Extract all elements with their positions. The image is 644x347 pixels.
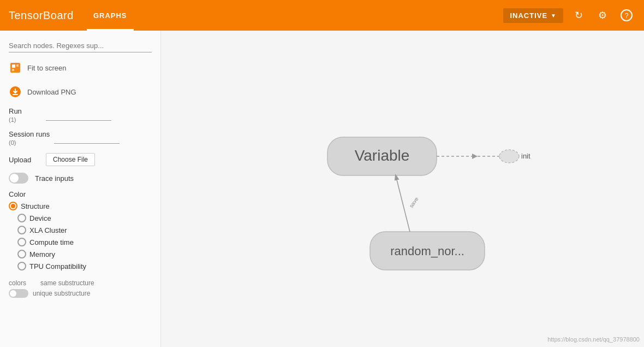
run-select[interactable]	[46, 110, 111, 121]
radio-memory[interactable]	[17, 250, 26, 258]
arrowhead-variable-init	[472, 154, 478, 159]
variable-node-label: Variable	[355, 147, 410, 164]
watermark: https://blog.csdn.net/qq_37978800	[547, 336, 640, 343]
color-device-label: Device	[29, 214, 51, 222]
edge-save-label: save	[408, 196, 420, 209]
svg-rect-1	[12, 64, 15, 68]
gear-icon: ⚙	[598, 9, 607, 21]
color-header-row: Color	[9, 190, 152, 198]
refresh-button[interactable]: ↻	[570, 7, 587, 24]
legend-unique-label: unique substructure	[33, 290, 90, 297]
download-png-action[interactable]: Download PNG	[9, 83, 152, 101]
run-row: Run (1)	[9, 107, 152, 123]
edge-random-to-variable	[396, 175, 410, 232]
radio-xla[interactable]	[17, 226, 26, 234]
init-label: init	[521, 152, 530, 160]
radio-device[interactable]	[17, 214, 26, 222]
graph-svg: Variable random_nor... save init Variabl…	[161, 31, 644, 347]
download-png-label: Download PNG	[27, 88, 76, 96]
session-row: Session runs (0)	[9, 130, 152, 146]
color-option-compute[interactable]: Compute time	[9, 238, 152, 246]
session-label: Session runs (0)	[9, 130, 50, 146]
session-select[interactable]	[54, 133, 120, 144]
radio-compute[interactable]	[17, 238, 26, 246]
download-icon	[9, 85, 22, 98]
status-dropdown[interactable]: INACTIVE ▼	[503, 8, 563, 23]
nav-item-graphs[interactable]: GRAPHS	[87, 0, 134, 31]
svg-rect-3	[12, 69, 14, 71]
radio-tpu[interactable]	[17, 262, 26, 270]
fit-to-screen-label: Fit to screen	[27, 64, 67, 72]
header-right: INACTIVE ▼ ↻ ⚙ ?	[503, 7, 635, 24]
legend-same-label: same substructure	[40, 279, 94, 287]
legend-colors-label: colors	[9, 279, 36, 287]
help-button[interactable]: ?	[618, 7, 635, 24]
search-input[interactable]	[9, 39, 152, 52]
fit-to-screen-action[interactable]: Fit to screen	[9, 59, 152, 77]
color-option-memory[interactable]: Memory	[9, 250, 152, 258]
color-xla-label: XLA Cluster	[29, 226, 67, 234]
color-compute-label: Compute time	[29, 238, 74, 246]
refresh-icon: ↻	[575, 9, 583, 21]
help-icon: ?	[621, 9, 633, 21]
chevron-down-icon: ▼	[551, 13, 557, 19]
header: TensorBoard GRAPHS INACTIVE ▼ ↻ ⚙ ?	[0, 0, 644, 31]
toggle-slider	[9, 173, 28, 184]
color-structure-label: Structure	[21, 202, 50, 210]
init-small-node	[499, 150, 519, 163]
legend: colors same substructure unique substruc…	[9, 279, 152, 298]
color-option-device[interactable]: Device	[9, 214, 152, 222]
radio-inner	[11, 204, 15, 208]
trace-inputs-row: Trace inputs	[9, 173, 152, 184]
color-label: Color	[9, 190, 26, 198]
search-row	[9, 39, 152, 52]
sidebar: Fit to screen Download PNG Run (1)	[0, 31, 161, 347]
color-option-tpu[interactable]: TPU Compatibility	[9, 262, 152, 270]
color-memory-label: Memory	[29, 250, 55, 258]
settings-button[interactable]: ⚙	[594, 7, 611, 24]
color-section: Color Structure Device XLA Cluster Compu…	[9, 190, 152, 270]
run-label: Run (1)	[9, 107, 41, 123]
svg-rect-0	[10, 63, 20, 73]
svg-rect-2	[16, 64, 19, 67]
legend-toggle	[9, 289, 28, 298]
trace-inputs-toggle[interactable]	[9, 173, 28, 184]
legend-same-row: colors same substructure	[9, 279, 152, 287]
upload-label: Upload	[9, 156, 41, 164]
canvas-area[interactable]: Variable random_nor... save init Variabl…	[161, 31, 644, 347]
color-option-xla[interactable]: XLA Cluster	[9, 226, 152, 234]
color-tpu-label: TPU Compatibility	[29, 262, 86, 270]
choose-file-button[interactable]: Choose File	[46, 153, 95, 166]
app-logo: TensorBoard	[9, 9, 74, 22]
trace-inputs-label: Trace inputs	[35, 174, 74, 183]
header-left: TensorBoard GRAPHS	[9, 0, 134, 31]
color-option-structure[interactable]: Structure	[9, 202, 152, 210]
fit-to-screen-icon	[9, 61, 22, 74]
header-nav: GRAPHS	[87, 0, 134, 31]
random-nor-node-label: random_nor...	[390, 244, 464, 258]
legend-unique-row: unique substructure	[9, 289, 152, 298]
main-layout: Fit to screen Download PNG Run (1)	[0, 31, 644, 347]
radio-structure[interactable]	[9, 202, 17, 210]
upload-row: Upload Choose File	[9, 153, 152, 166]
